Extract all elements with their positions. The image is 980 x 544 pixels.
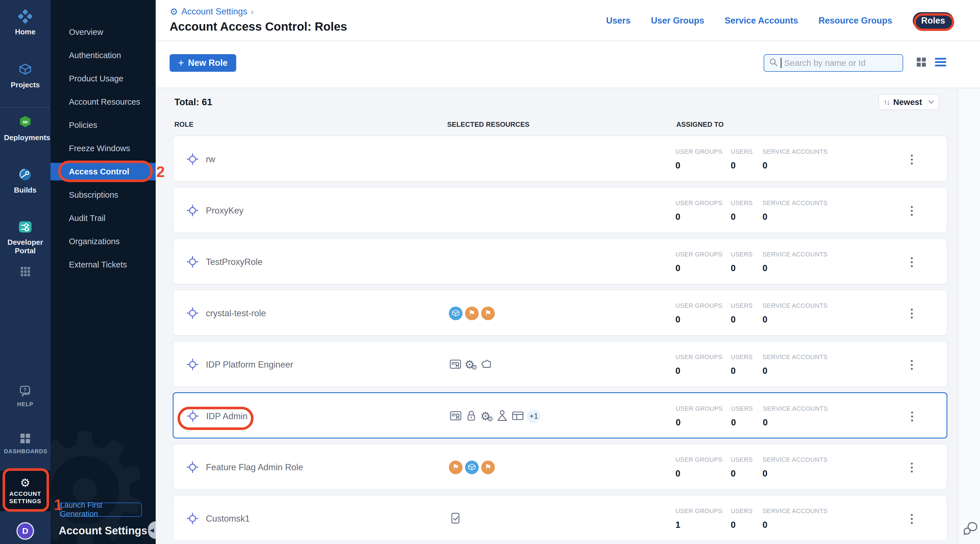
sidebar-item-external-tickets[interactable]: External Tickets [51,253,156,276]
assigned-label: SERVICE ACCOUNTS [762,199,827,207]
projects-icon [17,62,33,79]
role-row-testproxyrole[interactable]: TestProxyRole USER GROUPS 0 USERS 0 SERV… [173,238,947,285]
assigned-value: 0 [731,315,752,325]
assigned-service-accounts: SERVICE ACCOUNTS 0 [762,302,827,325]
role-target-icon [186,410,199,423]
sidebar-item-subscriptions[interactable]: Subscriptions [51,183,156,207]
role-row-proxykey[interactable]: ProxyKey USER GROUPS 0 USERS 0 SERVICE A… [173,187,947,233]
rail-item-label: Projects [4,81,46,89]
selected-resources: ⚑ ⚑ [449,444,495,490]
selected-resources: ⚙⚙ +1 [449,393,541,439]
row-menu-button[interactable] [905,511,918,526]
assigned-value: 0 [731,161,752,171]
row-menu-button[interactable] [905,306,918,321]
module-grid-button[interactable] [0,265,51,279]
role-row-idp-admin[interactable]: IDP Admin ⚙⚙ +1 USER GROUPS 0 USERS 0 SE… [173,392,947,439]
assigned-value: 0 [675,366,722,376]
tab-user-groups[interactable]: User Groups [651,16,705,26]
sidebar-collapse-button[interactable]: ◀ [148,521,156,539]
assigned-value: 0 [762,212,827,222]
row-menu-button[interactable] [905,255,918,269]
row-menu-button[interactable] [905,460,918,475]
sidebar-item-organizations[interactable]: Organizations [51,230,156,253]
sidebar-item-access-control[interactable]: Access Control [51,163,156,180]
list-view-button[interactable] [934,56,947,69]
new-role-button[interactable]: + New Role [170,54,236,72]
rail-item-help[interactable]: ? HELP [0,385,51,407]
sort-dropdown[interactable]: ↑↓ Newest [878,94,939,110]
sidebar-title: Account Settings [59,525,147,537]
chat-bubbles-icon[interactable] [962,521,978,538]
search-input[interactable] [784,58,895,68]
row-menu-button[interactable] [905,204,918,218]
rail-item-projects[interactable]: Projects [0,62,51,89]
assigned-value: 0 [762,469,827,479]
tab-service-accounts[interactable]: Service Accounts [724,16,798,26]
module-rail: Home Projects ∞ Deployments Builds Devel… [0,0,51,544]
sidebar-item-freeze-windows[interactable]: Freeze Windows [51,137,156,160]
svg-text:?: ? [24,387,26,393]
sidebar-item-audit-trail[interactable]: Audit Trail [51,207,156,230]
role-row-crystal-test-role[interactable]: crystal-test-role ⚑⚑ USER GROUPS 0 USERS… [173,289,947,336]
tab-users[interactable]: Users [606,16,630,26]
sidebar-item-product-usage[interactable]: Product Usage [51,67,156,90]
sidebar-item-overview[interactable]: Overview [51,21,156,44]
assigned-label: USER GROUPS [675,456,722,463]
rail-item-deployments[interactable]: ∞ Deployments [0,114,51,142]
assigned-label: USER GROUPS [675,148,722,156]
assigned-value: 0 [731,366,752,376]
role-target-icon [186,512,199,526]
role-row-customsk1[interactable]: Customsk1 USER GROUPS 1 USERS 0 SERVICE … [173,495,947,541]
assigned-users: USERS 0 [731,148,752,171]
assigned-label: SERVICE ACCOUNTS [762,456,827,463]
column-role: ROLE [174,121,193,129]
row-menu-button[interactable] [905,152,918,167]
user-avatar[interactable]: D [16,522,34,540]
rail-item-account-settings[interactable]: ⚙ ACCOUNT SETTINGS [0,471,51,511]
assigned-label: SERVICE ACCOUNTS [762,251,827,258]
sidebar-item-authentication[interactable]: Authentication [51,44,156,67]
rail-item-dashboards[interactable]: DASHBOARDS [0,432,51,455]
row-menu-button[interactable] [906,409,918,424]
svg-text:∞: ∞ [23,118,28,126]
assigned-users: USERS 0 [731,251,752,274]
role-name: Feature Flag Admin Role [206,444,303,490]
rail-item-developer-portal[interactable]: Developer Portal [0,219,51,255]
assigned-value: 0 [762,161,827,171]
tab-resource-groups[interactable]: Resource Groups [818,16,892,26]
assigned-service-accounts: SERVICE ACCOUNTS 0 [762,507,827,530]
assigned-service-accounts: SERVICE ACCOUNTS 0 [762,148,827,171]
rail-item-builds[interactable]: Builds [0,167,51,194]
role-row-rw[interactable]: rw USER GROUPS 0 USERS 0 SERVICE ACCOUNT… [173,135,947,182]
tab-roles[interactable]: Roles [913,12,954,29]
role-name: ProxyKey [206,188,243,234]
assigned-user-groups: USER GROUPS 0 [675,302,722,325]
sidebar-item-account-resources[interactable]: Account Resources [51,90,156,113]
assigned-value: 0 [731,212,752,222]
breadcrumb-account-settings-link[interactable]: Account Settings [181,6,248,17]
sidebar-item-policies[interactable]: Policies [51,113,156,137]
role-row-feature-flag-admin-role[interactable]: Feature Flag Admin Role ⚑ ⚑ USER GROUPS … [173,444,947,490]
assigned-label: SERVICE ACCOUNTS [762,302,827,309]
rail-item-label: Builds [4,186,46,194]
text-caret [781,58,781,68]
row-menu-button[interactable] [905,357,918,372]
assigned-users: USERS 0 [731,353,752,376]
assigned-service-accounts: SERVICE ACCOUNTS 0 [762,353,827,376]
assigned-label: USER GROUPS [675,507,722,515]
home-icon [17,8,33,25]
role-row-idp-platform-engineer[interactable]: IDP Platform Engineer ⚙⚙ USER GROUPS 0 U… [173,341,947,387]
assigned-value: 0 [762,520,827,530]
assigned-service-accounts: SERVICE ACCOUNTS 0 [763,405,828,428]
assigned-value: 0 [675,263,722,274]
selected-resources: ⚙⚙ [449,342,493,388]
roles-list-area: Total: 61 ↑↓ Newest ROLE SELECTED RESOUR… [156,89,958,544]
assigned-label: USER GROUPS [675,353,722,361]
rail-item-home[interactable]: Home [0,8,51,36]
launch-first-generation-button[interactable]: Launch First Generation [60,503,142,517]
access-control-tabs: UsersUser GroupsService AccountsResource… [606,0,954,41]
grid-view-button[interactable] [916,56,927,69]
settings-gear-icon: ⚙ [170,6,178,17]
rail-divider [0,107,51,108]
assigned-value: 0 [763,417,828,428]
